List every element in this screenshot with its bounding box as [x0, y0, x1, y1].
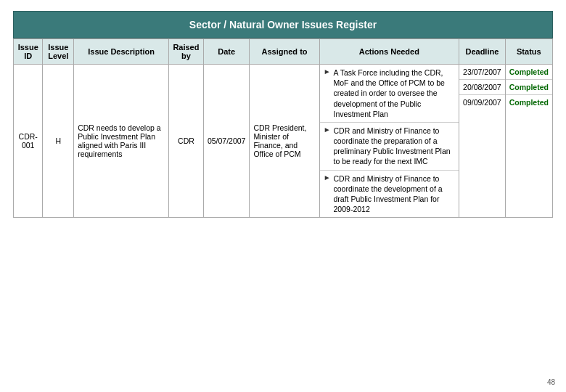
cell-date: 05/07/2007 — [203, 65, 250, 218]
deadline-row-1: 23/07/2007 — [459, 65, 505, 80]
col-header-issue-desc: Issue Description — [74, 39, 169, 65]
status-row-3: Completed — [506, 95, 552, 110]
cell-issue-id: CDR-001 — [14, 65, 43, 218]
cell-actions: ► A Task Force including the CDR, MoF an… — [319, 65, 459, 218]
status-badge-1: Completed — [509, 68, 549, 76]
action-row-2: ► CDR and Ministry of Finance to coordin… — [320, 123, 459, 171]
cell-deadlines: 23/07/2007 20/08/2007 09/09/2007 — [459, 65, 506, 218]
action-row-1: ► A Task Force including the CDR, MoF an… — [320, 65, 459, 123]
deadline-row-2: 20/08/2007 — [459, 80, 505, 95]
page-wrapper: Sector / Natural Owner Issues Register I… — [0, 0, 566, 225]
col-header-date: Date — [203, 39, 250, 65]
col-header-issue-level: Issue Level — [43, 39, 74, 65]
status-row-2: Completed — [506, 80, 552, 95]
col-header-actions-needed: Actions Needed — [319, 39, 459, 65]
cell-issue-level: H — [43, 65, 74, 218]
status-row-1: Completed — [506, 65, 552, 80]
deadline-row-3: 09/09/2007 — [459, 95, 505, 110]
bullet-icon-3: ► — [324, 173, 331, 181]
page-number: 48 — [547, 378, 555, 386]
cell-issue-description: CDR needs to develop a Public Investment… — [74, 65, 169, 218]
action-text-1: A Task Force including the CDR, MoF and … — [334, 68, 456, 119]
status-badge-3: Completed — [509, 98, 549, 107]
cell-assigned-to: CDR President, Minister of Finance, and … — [250, 65, 319, 218]
action-text-3: CDR and Ministry of Finance to coordinat… — [334, 173, 456, 215]
action-text-2: CDR and Ministry of Finance to coordinat… — [334, 126, 456, 167]
issues-table: Issue ID Issue Level Issue Description R… — [13, 38, 553, 218]
status-badge-2: Completed — [509, 83, 549, 91]
bullet-icon-1: ► — [324, 68, 331, 75]
col-header-assigned-to: Assigned to — [250, 39, 319, 65]
col-header-deadline: Deadline — [459, 39, 506, 65]
cell-statuses: Completed Completed Completed — [505, 65, 552, 218]
col-header-raised-by: Raised by — [168, 39, 203, 65]
table-row: CDR-001 H CDR needs to develop a Public … — [14, 65, 553, 218]
cell-raised-by: CDR — [168, 65, 203, 218]
action-row-3: ► CDR and Ministry of Finance to coordin… — [320, 171, 459, 218]
col-header-issue-id: Issue ID — [14, 39, 43, 65]
col-header-status: Status — [505, 39, 552, 65]
register-title: Sector / Natural Owner Issues Register — [13, 11, 553, 38]
bullet-icon-2: ► — [324, 126, 331, 134]
